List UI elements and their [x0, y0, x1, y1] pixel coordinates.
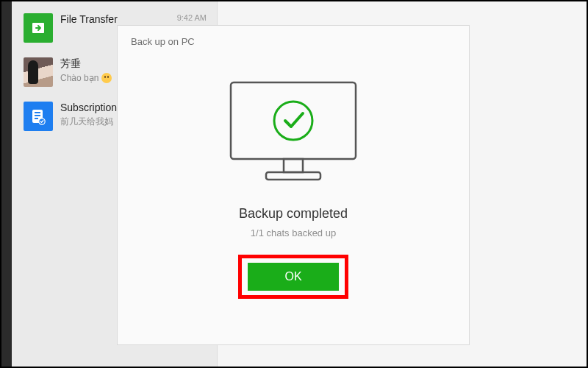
svg-rect-8	[266, 172, 320, 180]
ok-button[interactable]: OK	[248, 263, 339, 291]
smile-emoji-icon	[101, 73, 112, 83]
chat-item-time: 9:42 AM	[177, 13, 207, 22]
monitor-icon	[223, 78, 363, 188]
file-transfer-icon	[24, 13, 53, 43]
dialog-title: Back up on PC	[118, 26, 469, 57]
backup-dialog: Back up on PC Backup completed 1/1 chats…	[117, 25, 470, 345]
app-window: File Transfer 9:42 AM 芳垂 Chào bạn	[0, 0, 588, 368]
status-title: Backup completed	[118, 206, 469, 222]
left-ribbon	[1, 1, 12, 367]
svg-rect-2	[35, 112, 40, 113]
status-subtitle: 1/1 chats backed up	[118, 227, 469, 238]
subscriptions-icon	[24, 102, 53, 131]
svg-rect-4	[35, 118, 38, 119]
svg-rect-3	[35, 115, 40, 116]
avatar	[24, 57, 53, 87]
monitor-illustration	[118, 78, 469, 188]
svg-point-9	[274, 102, 312, 140]
svg-rect-7	[284, 159, 303, 172]
svg-rect-6	[231, 82, 356, 159]
tutorial-highlight-box: OK	[238, 255, 348, 299]
chat-item-preview-text: Chào bạn	[60, 73, 98, 83]
